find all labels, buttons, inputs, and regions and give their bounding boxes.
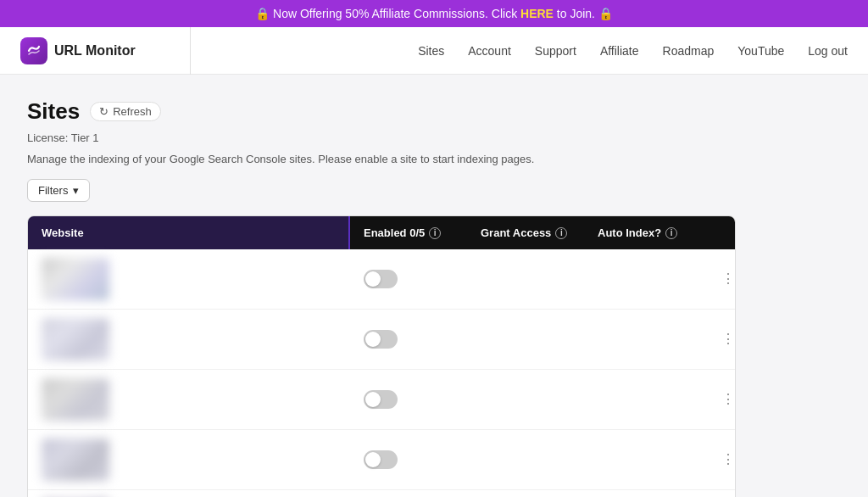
td-grant-access-3 — [467, 391, 584, 408]
website-thumbnail-2 — [42, 318, 109, 360]
th-enabled: Enabled 0/5 i — [350, 216, 467, 249]
td-actions-3: ⋮ — [701, 381, 735, 418]
refresh-label: Refresh — [113, 105, 152, 118]
banner-text-after: to Join. — [557, 7, 595, 20]
td-grant-access-1 — [467, 271, 584, 288]
td-enabled-2 — [350, 321, 467, 357]
row-menu-3[interactable]: ⋮ — [715, 389, 728, 410]
banner-emoji-right: 🔒 — [598, 7, 613, 20]
nav-youtube[interactable]: YouTube — [737, 41, 784, 61]
chevron-down-icon: ▾ — [73, 184, 79, 197]
td-enabled-3 — [350, 382, 467, 417]
license-text: License: Tier 1 — [27, 131, 736, 144]
td-grant-access-4 — [467, 451, 584, 468]
row-menu-2[interactable]: ⋮ — [715, 329, 728, 349]
row-menu-4[interactable]: ⋮ — [715, 450, 728, 470]
refresh-icon: ↻ — [99, 105, 108, 118]
header: URL Monitor Sites Account Support Affili… — [0, 27, 868, 75]
website-thumbnail-1 — [42, 258, 109, 300]
th-website: Website — [28, 216, 350, 249]
td-actions-1: ⋮ — [701, 260, 735, 298]
table-row: ⋮ — [28, 370, 735, 430]
promo-banner: 🔒 Now Offering 50% Affiliate Commissions… — [0, 0, 868, 27]
th-auto-index-info[interactable]: i — [665, 227, 677, 239]
td-auto-index-1 — [584, 271, 701, 288]
nav-affiliate[interactable]: Affiliate — [600, 41, 639, 61]
table-row: ⋮ — [28, 490, 735, 497]
logo-text: URL Monitor — [54, 43, 136, 59]
main-nav: Sites Account Support Affiliate Roadmap … — [418, 41, 848, 61]
page-title: Sites — [27, 98, 80, 125]
nav-support[interactable]: Support — [535, 41, 576, 61]
td-website-4 — [28, 430, 350, 489]
filters-label: Filters — [38, 184, 68, 197]
toggle-3[interactable] — [364, 390, 398, 409]
filters-button[interactable]: Filters ▾ — [27, 179, 90, 202]
td-enabled-4 — [350, 442, 467, 477]
table-row: ⋮ — [28, 430, 735, 490]
table-header: Website Enabled 0/5 i Grant Access i Aut… — [28, 216, 735, 249]
website-thumbnail-4 — [42, 438, 109, 481]
affiliate-link[interactable]: HERE — [520, 7, 554, 20]
td-actions-2: ⋮ — [701, 321, 735, 358]
nav-account[interactable]: Account — [468, 41, 511, 61]
td-auto-index-2 — [584, 331, 701, 348]
td-auto-index-4 — [584, 451, 701, 468]
td-website-5 — [28, 490, 350, 497]
th-enabled-label: Enabled 0/5 — [364, 226, 425, 239]
header-divider — [190, 27, 191, 75]
td-grant-access-2 — [467, 331, 584, 348]
td-actions-4: ⋮ — [701, 441, 735, 478]
toggle-2[interactable] — [364, 330, 398, 349]
page-header: Sites ↻ Refresh — [27, 98, 736, 125]
logo-area: URL Monitor — [20, 37, 190, 64]
description-text: Manage the indexing of your Google Searc… — [27, 153, 736, 165]
th-auto-index: Auto Index? i — [584, 216, 701, 249]
td-website-1 — [28, 249, 350, 309]
nav-roadmap[interactable]: Roadmap — [663, 41, 715, 61]
td-website-2 — [28, 310, 350, 369]
logo-icon — [20, 37, 47, 64]
toggle-4[interactable] — [364, 450, 398, 469]
website-thumbnail-3 — [42, 378, 109, 421]
banner-emoji-left: 🔒 — [255, 7, 270, 20]
td-enabled-1 — [350, 261, 467, 297]
nav-logout[interactable]: Log out — [808, 41, 848, 61]
table-row: ⋮ — [28, 310, 735, 370]
td-auto-index-3 — [584, 391, 701, 408]
th-grant-access: Grant Access i — [467, 216, 584, 249]
td-website-3 — [28, 370, 350, 429]
main-content: Sites ↻ Refresh License: Tier 1 Manage t… — [0, 75, 763, 497]
sites-table: Website Enabled 0/5 i Grant Access i Aut… — [27, 215, 736, 497]
th-enabled-info[interactable]: i — [429, 227, 441, 239]
refresh-button[interactable]: ↻ Refresh — [90, 102, 161, 121]
table-row: ⋮ — [28, 249, 735, 310]
row-menu-1[interactable]: ⋮ — [715, 269, 728, 289]
th-grant-access-label: Grant Access — [481, 226, 551, 239]
nav-sites[interactable]: Sites — [418, 41, 444, 61]
banner-text-before: Now Offering 50% Affiliate Commissions. … — [273, 7, 520, 20]
toggle-1[interactable] — [364, 270, 398, 288]
th-website-label: Website — [42, 226, 84, 239]
th-auto-index-label: Auto Index? — [598, 226, 661, 239]
th-actions — [701, 223, 735, 243]
th-grant-access-info[interactable]: i — [555, 227, 567, 239]
